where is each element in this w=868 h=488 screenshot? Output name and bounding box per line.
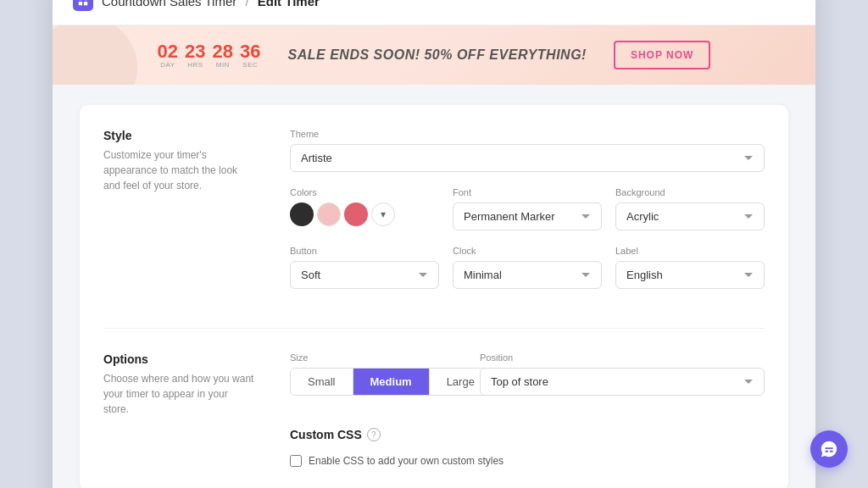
countdown-days: 02 Day [158,42,178,69]
size-row: Size Small Medium Large [290,352,459,396]
settings-card: Style Customize your timer's appearance … [80,105,788,488]
theme-row: Theme Artiste [290,129,765,172]
svg-rect-2 [79,2,82,5]
clock-row: Clock Minimal [453,246,602,289]
theme-label: Theme [290,129,765,139]
style-section-info: Style Customize your timer's appearance … [103,129,256,304]
color-expand-button[interactable]: ▾ [371,202,395,226]
style-section: Style Customize your timer's appearance … [103,129,765,329]
size-button-group: Small Medium Large [290,368,492,396]
app-window: Countdown Sales Timer / Edit Timer 02 Da… [53,0,815,488]
button-select[interactable]: Soft [290,261,439,289]
options-section: Options Choose where and how you want yo… [103,352,765,467]
custom-css-section: Custom CSS ? Enable CSS to add your own … [290,411,765,467]
chat-button[interactable] [810,430,848,468]
header: Countdown Sales Timer / Edit Timer [53,0,815,25]
color-pink[interactable] [344,202,368,226]
breadcrumb: Countdown Sales Timer / Edit Timer [102,0,320,8]
position-select[interactable]: Top of store [480,368,765,396]
style-description: Customize your timer's appearance to mat… [103,147,256,193]
style-title: Style [103,129,256,142]
css-enable-checkbox[interactable] [290,455,302,467]
main-content: Style Customize your timer's appearance … [53,85,815,488]
countdown-minutes: 28 Min [213,42,233,69]
colors-row: Colors ▾ [290,187,439,230]
countdown-hours: 23 Hrs [185,42,205,69]
background-select[interactable]: Acrylic [615,202,765,230]
size-label: Size [290,352,459,363]
button-label: Button [290,246,439,256]
options-title: Options [103,352,256,366]
countdown-display: 02 Day 23 Hrs 28 Min 36 Sec [158,42,261,69]
size-small-button[interactable]: Small [291,369,353,395]
colors-font-bg-row: Colors ▾ Font Permanent Marker [290,187,765,246]
color-picker: ▾ [290,202,439,226]
timer-banner: 02 Day 23 Hrs 28 Min 36 Sec Sale ends so… [53,25,815,85]
colors-label: Colors [290,187,439,197]
countdown-seconds: 36 Sec [240,42,260,69]
label-row: Label English [615,246,765,289]
css-enable-row: Enable CSS to add your own custom styles [290,455,765,467]
svg-rect-3 [84,2,87,5]
banner-message: Sale ends soon! 50% off everything! [288,47,587,63]
label-select[interactable]: English [615,261,765,289]
theme-select[interactable]: Artiste [290,144,765,172]
font-label: Font [453,187,602,197]
style-controls: Theme Artiste Colors [290,129,765,304]
position-label: Position [480,352,765,363]
font-select[interactable]: Permanent Marker [453,202,602,230]
position-row: Position Top of store [480,352,765,396]
color-dark[interactable] [290,202,314,226]
css-enable-label: Enable CSS to add your own custom styles [309,455,504,467]
options-section-info: Options Choose where and how you want yo… [103,352,256,467]
options-description: Choose where and how you want your timer… [103,371,256,417]
custom-css-header: Custom CSS ? [290,411,765,441]
custom-css-title: Custom CSS [290,428,362,441]
clock-select[interactable]: Minimal [453,261,602,289]
button-style-row: Button Soft [290,246,439,289]
clock-label: Clock [453,246,602,256]
options-controls: Size Small Medium Large Position Top of … [290,352,765,467]
app-icon [73,0,93,11]
background-label: Background [615,187,765,197]
shop-now-button[interactable]: Shop Now [614,41,710,69]
button-clock-label-row: Button Soft Clock Minimal La [290,246,765,304]
size-position-row: Size Small Medium Large Position Top of … [290,352,765,411]
color-light[interactable] [317,202,341,226]
size-medium-button[interactable]: Medium [353,369,430,395]
label-label: Label [615,246,765,256]
help-icon[interactable]: ? [367,428,381,441]
font-row: Font Permanent Marker [453,187,602,230]
background-row: Background Acrylic [615,187,765,230]
